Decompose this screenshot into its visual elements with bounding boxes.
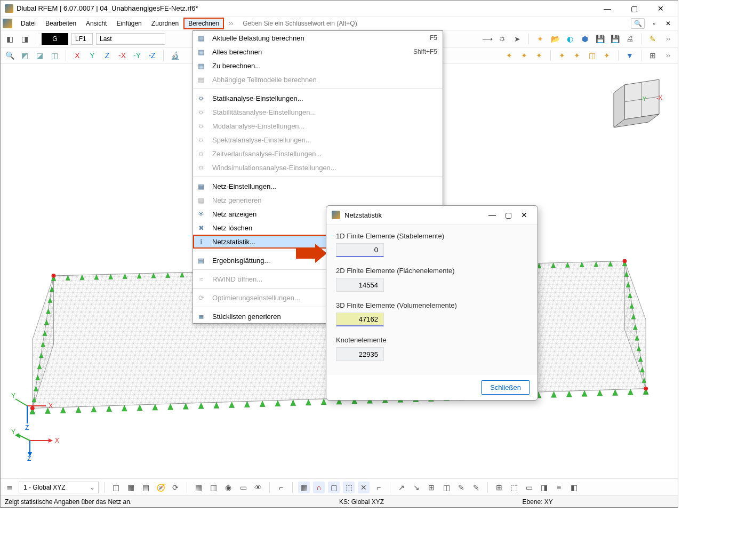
settings-icon[interactable]: ◫ <box>586 50 598 61</box>
save-all-icon[interactable]: 💾 <box>609 33 621 45</box>
stat-label: Knotenelemente <box>336 336 528 344</box>
menu-einfügen[interactable]: Einfügen <box>112 18 146 29</box>
menu-item[interactable]: ▦Aktuelle Belastung berechnenF5 <box>193 31 443 45</box>
tool-icon[interactable]: ⬚ <box>508 482 520 493</box>
search-icon[interactable]: 🔍 <box>631 18 645 29</box>
toolbar-overflow-icon[interactable]: ›› <box>662 52 675 59</box>
tool-icon[interactable]: ↘ <box>411 482 422 493</box>
tool-icon[interactable]: ◫ <box>110 482 122 493</box>
tool-icon[interactable]: ⛭ <box>496 33 508 45</box>
snap-magnet-icon[interactable]: ∩ <box>313 482 325 493</box>
smooth-icon: ▤ <box>195 255 207 266</box>
menu-item[interactable]: ⛭Statikanalyse-Einstellungen... <box>193 91 443 105</box>
maximize-button[interactable]: ▢ <box>625 4 643 13</box>
menu-item-label: Windsimulationsanalyse-Einstellungen... <box>212 164 437 172</box>
menu-bearbeiten[interactable]: Bearbeiten <box>41 18 81 29</box>
axis-cube-icon[interactable]: -Y -X <box>608 74 667 133</box>
menu-ansicht[interactable]: Ansicht <box>82 18 111 29</box>
menu-overflow-icon[interactable]: ›› <box>224 20 237 27</box>
gear-icon: ⛭ <box>195 134 207 145</box>
tool-icon[interactable]: ◧ <box>568 482 580 493</box>
tool-icon[interactable]: ⬢ <box>579 33 591 45</box>
snap-grid-icon[interactable]: ▦ <box>298 482 310 493</box>
snap-icon[interactable]: ▢ <box>328 482 340 493</box>
axis-x-icon[interactable]: X <box>71 50 83 61</box>
settings-icon[interactable]: ✦ <box>601 50 613 61</box>
settings-icon[interactable]: ✦ <box>533 50 545 61</box>
tool-icon[interactable]: 👁 <box>252 482 264 493</box>
save-icon[interactable]: 💾 <box>594 33 606 45</box>
find-icon[interactable]: 🔍 <box>4 50 15 61</box>
tool-icon[interactable]: ◨ <box>19 33 30 45</box>
minimize-button[interactable]: — <box>599 4 616 13</box>
coord-axes-widget[interactable]: X Y Z X Y Z <box>11 393 59 462</box>
snap-icon[interactable]: ⬚ <box>343 482 355 493</box>
tool-icon[interactable]: ▦ <box>192 482 204 493</box>
tool-icon[interactable]: ◉ <box>222 482 234 493</box>
dialog-close-button[interactable]: ✕ <box>516 211 532 219</box>
restore-down-icon[interactable]: ▫ <box>649 20 660 27</box>
menu-zuordnen[interactable]: Zuordnen <box>147 18 183 29</box>
tool-icon[interactable]: ≣ <box>4 482 15 493</box>
menu-berechnen[interactable]: Berechnen <box>184 18 223 29</box>
load-label-field[interactable]: Last <box>96 33 165 45</box>
load-case-field[interactable]: LF1 <box>71 33 93 45</box>
cube-icon[interactable]: ◫ <box>49 50 60 61</box>
tool-icon[interactable]: ✎ <box>647 33 659 45</box>
tool-icon[interactable]: ◨ <box>538 482 550 493</box>
tool-icon[interactable]: ⊞ <box>493 482 505 493</box>
microscope-icon[interactable]: 🔬 <box>169 50 181 61</box>
view-combo[interactable]: 1 - Global XYZ <box>19 482 99 493</box>
new-icon[interactable]: ✦ <box>534 33 546 45</box>
panel-close-icon[interactable]: ✕ <box>663 20 673 27</box>
tool-icon[interactable]: ◐ <box>564 33 576 45</box>
print-icon[interactable]: 🖨 <box>624 33 636 45</box>
svg-text:Y: Y <box>11 393 15 399</box>
tool-icon[interactable]: ▭ <box>523 482 535 493</box>
settings-icon[interactable]: ✦ <box>503 50 515 61</box>
snap-icon[interactable]: ✕ <box>358 482 370 493</box>
menu-item[interactable]: ▦Zu berechnen... <box>193 59 443 73</box>
tool-icon[interactable]: ▤ <box>140 482 151 493</box>
tool-icon[interactable]: ↗ <box>396 482 407 493</box>
toolbar-overflow-icon[interactable]: ›› <box>662 35 675 43</box>
cube-icon[interactable]: ◪ <box>34 50 45 61</box>
tool-icon[interactable]: ◫ <box>440 482 452 493</box>
axis-nx-icon[interactable]: -X <box>116 50 128 61</box>
dialog-close-action-button[interactable]: Schließen <box>481 380 530 395</box>
dialog-minimize-button[interactable]: — <box>484 211 500 219</box>
tool-icon[interactable]: ▥ <box>207 482 219 493</box>
tool-icon[interactable]: ≡ <box>553 482 565 493</box>
tool-icon[interactable]: ➤ <box>511 33 523 45</box>
tool-icon[interactable]: ✎ <box>455 482 467 493</box>
settings-icon[interactable]: ✦ <box>518 50 530 61</box>
settings-icon[interactable]: ✦ <box>556 50 568 61</box>
tool-icon[interactable]: 🧭 <box>155 482 166 493</box>
load-type-field[interactable]: G <box>42 33 68 45</box>
tool-icon[interactable]: ▦ <box>125 482 137 493</box>
menu-datei[interactable]: Datei <box>17 18 40 29</box>
settings-icon[interactable]: ✦ <box>571 50 583 61</box>
tool-icon[interactable]: ▭ <box>237 482 249 493</box>
tool-icon[interactable]: ◧ <box>4 33 15 45</box>
snap-ortho-icon[interactable]: ⌐ <box>373 482 384 493</box>
axis-ny-icon[interactable]: -Y <box>131 50 143 61</box>
tool-icon[interactable]: ⌐ <box>275 482 287 493</box>
cube-icon[interactable]: ◩ <box>19 50 30 61</box>
axis-y-icon[interactable]: Y <box>86 50 98 61</box>
grid-icon[interactable]: ⊞ <box>647 50 659 61</box>
dialog-maximize-button[interactable]: ▢ <box>500 211 516 219</box>
axis-nz-icon[interactable]: -Z <box>146 50 158 61</box>
axis-z-icon[interactable]: Z <box>101 50 113 61</box>
tool-icon[interactable]: ⟶ <box>482 33 493 45</box>
folder-open-icon[interactable]: 📂 <box>549 33 561 45</box>
menu-item[interactable]: ▦Alles berechnenShift+F5 <box>193 45 443 59</box>
menu-search-input[interactable] <box>238 20 627 27</box>
tool-icon[interactable]: ⊞ <box>426 482 437 493</box>
tool-icon[interactable]: ⟳ <box>170 482 181 493</box>
close-button[interactable]: ✕ <box>652 4 669 13</box>
tool-icon[interactable]: ✎ <box>470 482 482 493</box>
app-menu-icon[interactable] <box>3 19 12 28</box>
filter-icon[interactable]: ▼ <box>624 50 636 61</box>
menu-item[interactable]: ▦Netz-Einstellungen... <box>193 179 443 193</box>
